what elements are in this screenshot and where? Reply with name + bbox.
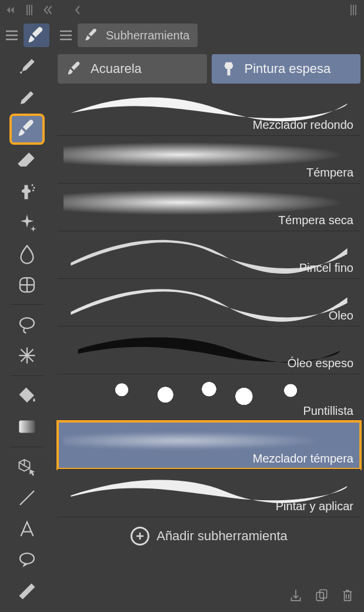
chevron-double-left-icon [4,4,17,16]
decoration-tool-button[interactable] [11,208,44,237]
svg-point-1 [34,187,35,189]
pencil-tool-icon [16,87,38,109]
svg-point-0 [32,184,34,186]
brush-item-pintar-aplicar[interactable]: Pintar y aplicar [58,469,360,517]
brush-label: Témpera seca [278,214,353,227]
hamburger-icon [59,30,72,41]
wand-tool-button[interactable] [11,341,44,370]
droplet-icon [16,243,38,264]
gradient-icon [16,416,38,437]
balloon-icon [16,550,38,571]
brush-tool-button[interactable] [11,115,44,144]
category-pintura-button[interactable]: Pintura espesa [212,54,361,84]
plus-circle-icon [131,527,149,546]
brush-label: Pincel fino [299,261,353,275]
brush-label: Mezclador redondo [253,118,353,132]
panel-footer [58,583,360,608]
brush-label: Óleo espeso [288,357,353,370]
object-select-button[interactable] [11,453,44,481]
brush-label: Mezclador témpera [253,452,353,465]
panel-menu-button[interactable] [58,27,74,44]
svg-point-2 [32,189,34,191]
brush-item-tempera-seca[interactable]: Témpera seca [58,183,360,231]
line-icon [16,487,38,508]
line-tool-button[interactable] [11,483,44,512]
pen-tool-button[interactable] [11,52,44,81]
chevron-left-icon [71,4,84,16]
ruler-pen-icon [16,581,38,602]
panel-tab-label: Subherramienta [106,29,189,42]
import-subtool-button[interactable] [286,586,305,605]
brush-list: Mezclador redondo Témpera Témpera seca P… [58,88,360,583]
category-acuarela-label: Acuarela [91,61,142,76]
hamburger-icon [5,30,18,41]
category-acuarela-button[interactable]: Acuarela [58,54,207,84]
nav-first-button[interactable] [4,4,18,16]
brush-item-tempera[interactable]: Témpera [58,135,360,183]
toolbar-active-tool[interactable] [24,24,49,47]
airbrush-tool-button[interactable] [11,177,44,206]
svg-point-6 [20,553,34,564]
brush-item-mezclador-tempera[interactable]: Mezclador témpera [58,421,360,469]
lasso-icon [16,314,38,335]
liquify-icon [16,274,38,295]
brush-item-pincel-fino[interactable]: Pincel fino [58,231,360,278]
brush-item-oleo[interactable]: Óleo [58,278,360,326]
duplicate-icon [314,588,329,603]
panel-tab-subherramienta[interactable]: Subherramienta [78,24,198,47]
main-toolbar [0,20,54,612]
cube-cursor-icon [16,456,38,477]
pencil-tool-button[interactable] [11,84,44,112]
category-pintura-label: Pintura espesa [245,61,331,76]
eraser-tool-icon [16,149,38,171]
liquify-tool-button[interactable] [11,270,44,299]
brush-header-icon [27,26,46,45]
brush-item-oleo-espeso[interactable]: Óleo espeso [58,326,360,374]
blend-tool-button[interactable] [11,239,44,268]
bucket-icon [16,385,38,406]
brush-label: Témpera [306,166,353,179]
add-subtool-button[interactable]: Añadir subherramienta [58,517,360,555]
subtool-panel: Subherramienta Acuarela Pintura espesa M… [54,20,364,612]
sparkle-icon [16,212,38,233]
nav-divider-icon-1 [22,4,36,16]
toolbar-menu-button[interactable] [4,27,20,44]
brush-tab-icon [84,27,100,44]
svg-rect-5 [19,421,35,433]
pen-tool-icon [16,55,38,78]
add-subtool-label: Añadir subherramienta [156,528,288,544]
trash-icon [340,588,355,603]
brush-label: Pintar y aplicar [276,500,353,513]
svg-point-4 [20,318,34,328]
thick-paint-icon [220,60,238,78]
asterisk-icon [16,345,38,366]
nav-back-dbl-button[interactable] [41,4,55,16]
nav-back-button[interactable] [71,4,85,16]
nav-divider-icon-2 [346,4,360,16]
top-navigation [0,0,364,20]
delete-subtool-button[interactable] [338,586,357,605]
gradient-tool-button[interactable] [11,413,44,441]
ruler-tool-button[interactable] [11,577,44,606]
import-icon [288,588,303,603]
chevron-double-left2-icon [42,4,55,16]
balloon-tool-button[interactable] [11,546,44,574]
duplicate-subtool-button[interactable] [312,586,331,605]
text-tool-button[interactable] [11,514,44,543]
brush-item-mezclador-redondo[interactable]: Mezclador redondo [58,88,360,135]
brush-label: Óleo [329,309,353,322]
brush-tool-icon [16,118,38,140]
airbrush-tool-icon [16,181,38,202]
brush-item-puntillista[interactable]: Puntillista [58,374,360,421]
fill-tool-button[interactable] [11,381,44,410]
watercolor-brush-icon [66,60,84,78]
brush-label: Puntillista [303,404,353,418]
lasso-tool-button[interactable] [11,310,44,339]
eraser-tool-button[interactable] [11,146,44,175]
text-a-icon [16,518,38,540]
